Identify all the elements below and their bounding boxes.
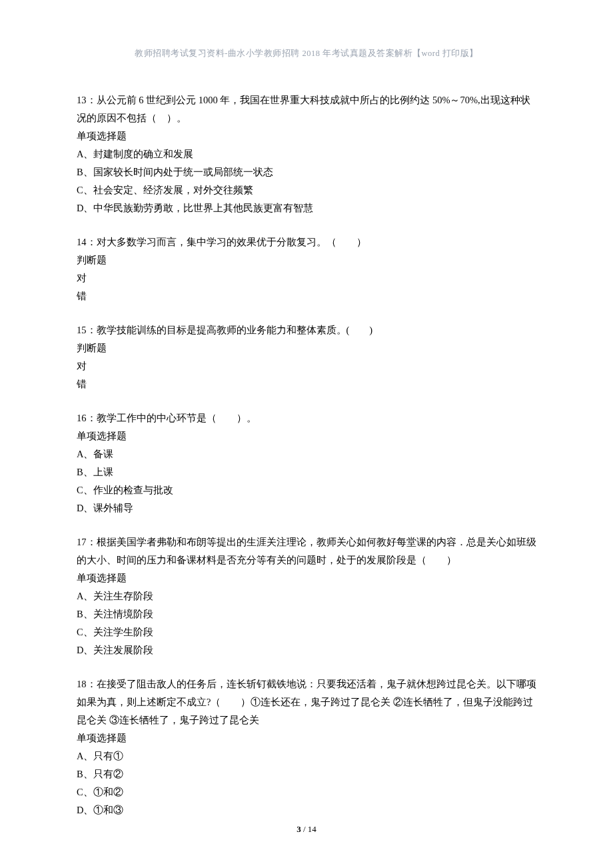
option-b: B、国家较长时间内处于统一或局部统一状态: [77, 163, 536, 181]
question-type: 单项选择题: [77, 569, 536, 587]
option-b: B、上课: [77, 463, 536, 481]
page-total: 14: [308, 824, 316, 834]
option-false: 错: [77, 287, 536, 305]
option-true: 对: [77, 357, 536, 375]
option-d: D、课外辅导: [77, 499, 536, 517]
page-sep: /: [301, 824, 308, 834]
question-16: 16：教学工作中的中心环节是（ ）。 单项选择题 A、备课 B、上课 C、作业的…: [77, 409, 536, 517]
q-text: ：对大多数学习而言，集中学习的效果优于分散复习。（ ）: [87, 237, 366, 247]
option-c: C、作业的检查与批改: [77, 481, 536, 499]
question-18: 18：在接受了阻击敌人的任务后，连长斩钉截铁地说：只要我还活着，鬼子就休想跨过昆…: [77, 675, 536, 819]
option-c: C、①和②: [77, 783, 536, 801]
q-text: ：根据美国学者弗勒和布朗等提出的生涯关注理论，教师关心如何教好每堂课的内容．总是…: [77, 537, 536, 565]
question-stem: 16：教学工作中的中心环节是（ ）。: [77, 409, 536, 427]
option-a: A、封建制度的确立和发展: [77, 145, 536, 163]
q-num: 18: [77, 679, 87, 689]
option-true: 对: [77, 269, 536, 287]
q-num: 16: [77, 413, 87, 423]
question-type: 单项选择题: [77, 127, 536, 145]
option-b: B、关注情境阶段: [77, 605, 536, 623]
option-a: A、只有①: [77, 747, 536, 765]
question-stem: 17：根据美国学者弗勒和布朗等提出的生涯关注理论，教师关心如何教好每堂课的内容．…: [77, 533, 536, 569]
page-header: 教师招聘考试复习资料-曲水小学教师招聘 2018 年考试真题及答案解析【word…: [77, 48, 536, 59]
page-footer: 3 / 14: [0, 824, 613, 835]
question-stem: 18：在接受了阻击敌人的任务后，连长斩钉截铁地说：只要我还活着，鬼子就休想跨过昆…: [77, 675, 536, 729]
question-17: 17：根据美国学者弗勒和布朗等提出的生涯关注理论，教师关心如何教好每堂课的内容．…: [77, 533, 536, 659]
option-d: D、①和③: [77, 801, 536, 819]
option-a: A、备课: [77, 445, 536, 463]
question-stem: 13：从公元前 6 世纪到公元 1000 年，我国在世界重大科技成就中所占的比例…: [77, 91, 536, 127]
q-num: 13: [77, 95, 87, 105]
q-num: 17: [77, 537, 87, 547]
question-type: 判断题: [77, 251, 536, 269]
question-type: 判断题: [77, 339, 536, 357]
question-stem: 14：对大多数学习而言，集中学习的效果优于分散复习。（ ）: [77, 233, 536, 251]
question-15: 15：教学技能训练的目标是提高教师的业务能力和整体素质。( ) 判断题 对 错: [77, 321, 536, 393]
option-d: D、中华民族勤劳勇敢，比世界上其他民族更富有智慧: [77, 199, 536, 217]
question-13: 13：从公元前 6 世纪到公元 1000 年，我国在世界重大科技成就中所占的比例…: [77, 91, 536, 217]
option-a: A、关注生存阶段: [77, 587, 536, 605]
q-num: 15: [77, 325, 87, 335]
question-type: 单项选择题: [77, 729, 536, 747]
q-num: 14: [77, 237, 87, 247]
question-14: 14：对大多数学习而言，集中学习的效果优于分散复习。（ ） 判断题 对 错: [77, 233, 536, 305]
q-text: ：在接受了阻击敌人的任务后，连长斩钉截铁地说：只要我还活着，鬼子就休想跨过昆仑关…: [77, 679, 536, 725]
question-stem: 15：教学技能训练的目标是提高教师的业务能力和整体素质。( ): [77, 321, 536, 339]
q-text: ：教学技能训练的目标是提高教师的业务能力和整体素质。( ): [87, 325, 373, 335]
option-c: C、社会安定、经济发展，对外交往频繁: [77, 181, 536, 199]
option-false: 错: [77, 375, 536, 393]
option-d: D、关注发展阶段: [77, 641, 536, 659]
q-text: ：从公元前 6 世纪到公元 1000 年，我国在世界重大科技成就中所占的比例约达…: [77, 95, 530, 123]
question-type: 单项选择题: [77, 427, 536, 445]
option-c: C、关注学生阶段: [77, 623, 536, 641]
option-b: B、只有②: [77, 765, 536, 783]
q-text: ：教学工作中的中心环节是（ ）。: [87, 413, 257, 423]
